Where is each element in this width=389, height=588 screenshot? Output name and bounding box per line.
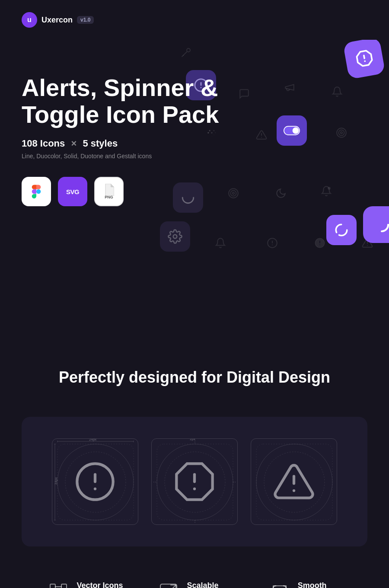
version-badge: v1.0 xyxy=(77,16,94,24)
crescent-icon xyxy=(272,185,290,202)
grid-item-triangle xyxy=(251,438,337,525)
svg-point-12 xyxy=(339,130,344,136)
svg-rect-9 xyxy=(284,126,300,135)
svg-rect-56 xyxy=(157,444,233,520)
svg-point-65 xyxy=(256,444,332,520)
svg-line-1 xyxy=(363,55,364,58)
grid-item-hex: 2px xyxy=(151,438,238,525)
vector-icon xyxy=(47,581,70,588)
figma-badge[interactable] xyxy=(22,177,51,206)
svg-text:2px: 2px xyxy=(190,439,195,441)
svg-point-54 xyxy=(157,444,233,520)
icon-styles-desc: Line, Duocolor, Solid, Duotone and Gesta… xyxy=(22,153,238,160)
svg-rect-42 xyxy=(57,444,134,520)
grid-item-circle: 24px 24px xyxy=(52,438,138,525)
svg-point-17 xyxy=(328,187,331,190)
feature-vector-text: Vector Icons for flexible use xyxy=(77,581,123,588)
svg-rect-70 xyxy=(50,584,55,588)
svg-point-10 xyxy=(293,128,299,134)
svg-point-27 xyxy=(268,238,277,248)
svg-marker-0 xyxy=(356,50,373,67)
features-row: Vector Icons for flexible use Scalable c… xyxy=(0,559,389,588)
target-icon xyxy=(333,124,350,141)
grid-box-circle: 24px 24px xyxy=(52,438,138,525)
grid-lines-circle: 24px 24px xyxy=(52,439,139,525)
brand-name: Uxercon xyxy=(41,16,73,25)
feature-smooth-text: Smooth rounded corners xyxy=(298,581,342,588)
bell-icon-2 xyxy=(212,234,229,252)
alert-triangle-1 xyxy=(253,126,270,144)
bell-notif-icon xyxy=(318,182,335,200)
bell-icon-1 xyxy=(328,83,346,100)
logo: u xyxy=(22,12,37,28)
svg-point-30 xyxy=(315,238,325,248)
grid-card: 24px 24px 2px xyxy=(22,417,367,546)
feature-scalable: Scalable clear at any sizes xyxy=(157,581,233,588)
png-badge[interactable]: PNG xyxy=(94,177,124,206)
svg-rect-67 xyxy=(256,444,332,520)
header: u Uxercon v1.0 xyxy=(0,0,389,40)
spinner-purple-card xyxy=(326,215,357,245)
icon-count: 108 Icons × 5 styles xyxy=(22,138,238,149)
chat-icon xyxy=(236,85,253,102)
grid-lines-tri xyxy=(251,439,338,525)
section-designed: Perfectly designed for Digital Design xyxy=(0,342,389,404)
svg-text:24px: 24px xyxy=(89,439,96,441)
grid-box-hex: 2px xyxy=(151,438,238,525)
svg-badge[interactable]: SVG xyxy=(58,177,87,206)
svg-rect-71 xyxy=(61,584,67,588)
grid-box-triangle xyxy=(251,438,337,525)
hex-alert-card xyxy=(343,40,385,80)
svg-line-79 xyxy=(170,585,176,588)
alert-tri-2 xyxy=(359,234,376,252)
svg-point-55 xyxy=(165,452,225,512)
spinner-card-right xyxy=(363,206,389,243)
feature-vector: Vector Icons for flexible use xyxy=(47,581,123,588)
section-title: Perfectly designed for Digital Design xyxy=(22,368,367,387)
circle-exclaim-icon xyxy=(264,234,281,252)
svg-point-11 xyxy=(337,128,346,137)
toggle-card xyxy=(277,115,307,146)
megaphone-icon xyxy=(281,79,298,96)
svg-text:24px: 24px xyxy=(54,477,58,485)
svg-point-13 xyxy=(341,132,342,134)
svg-point-37 xyxy=(375,218,388,231)
smooth-icon xyxy=(268,581,291,588)
svg-point-40 xyxy=(57,444,134,520)
gear-card xyxy=(160,221,190,252)
hero-content: Alerts, Spinner & Toggle Icon Pack 108 I… xyxy=(22,40,238,206)
hero-title: Alerts, Spinner & Toggle Icon Pack xyxy=(22,74,238,128)
scalable-icon xyxy=(157,581,180,588)
exclaim-solid-icon xyxy=(311,234,328,252)
svg-point-66 xyxy=(264,452,325,512)
svg-point-41 xyxy=(65,452,126,512)
hero-section: Alerts, Spinner & Toggle Icon Pack 108 I… xyxy=(0,40,389,342)
format-badges: SVG PNG xyxy=(22,177,238,206)
grid-lines-hex: 2px xyxy=(152,439,238,525)
feature-scalable-text: Scalable clear at any sizes xyxy=(187,581,233,588)
svg-point-36 xyxy=(173,235,177,239)
feature-smooth: Smooth rounded corners xyxy=(268,581,342,588)
